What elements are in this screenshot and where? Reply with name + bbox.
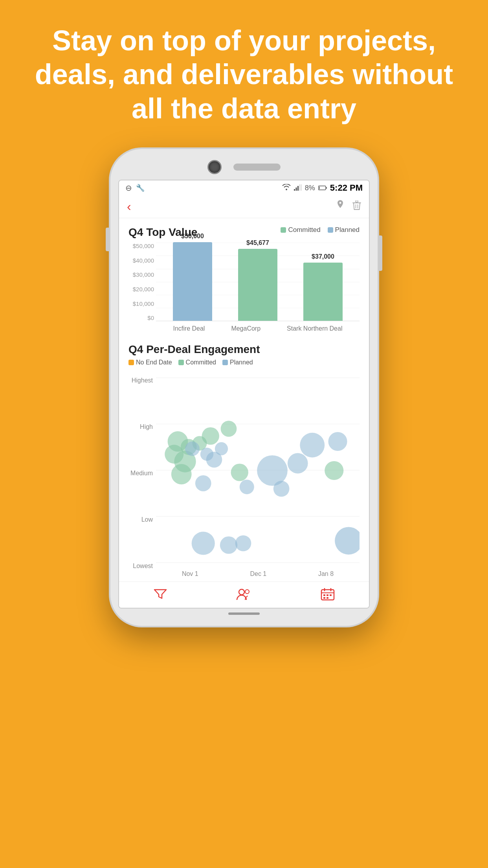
svg-point-32	[288, 453, 308, 474]
phone-device: ⊖ 🔧	[110, 149, 378, 626]
svg-point-34	[328, 432, 347, 451]
nav-actions	[336, 200, 361, 213]
x-axis-labels: Incfire Deal MegaCorp Stark Northern Dea…	[156, 324, 360, 332]
svg-point-22	[202, 427, 219, 445]
y-label-medium: Medium	[128, 470, 156, 477]
bar-label-stark: $37,000	[312, 253, 334, 260]
top-value-legend: Committed Planned	[281, 226, 360, 234]
svg-point-27	[185, 441, 200, 456]
bar-label-megacorp: $45,677	[246, 239, 269, 246]
svg-rect-51	[323, 597, 325, 599]
x-label-stark: Stark Northern Deal	[287, 325, 342, 332]
pin-icon[interactable]	[336, 200, 345, 213]
svg-point-41	[335, 527, 360, 555]
bubble-committed-label: Committed	[186, 359, 216, 366]
svg-rect-0	[294, 189, 295, 191]
svg-rect-3	[299, 184, 300, 191]
phone-home-indicator	[228, 612, 260, 615]
x-label-megacorp: MegaCorp	[231, 325, 261, 332]
planned-dot	[328, 227, 333, 233]
bubble-chart-area: Highest High Medium Low Lowest	[128, 369, 360, 577]
svg-point-25	[231, 464, 248, 481]
svg-point-39	[220, 537, 237, 554]
svg-point-26	[325, 461, 343, 480]
speaker	[233, 164, 281, 171]
bottom-tab-bar	[119, 581, 369, 608]
wrench-icon[interactable]: 🔧	[136, 184, 145, 192]
hero-text: Stay on top of your projects, deals, and…	[0, 0, 488, 141]
svg-point-43	[245, 590, 249, 594]
svg-point-35	[195, 475, 211, 491]
svg-rect-6	[319, 186, 319, 189]
bubble-section: Q4 Per-Deal Engagement No End Date Commi…	[119, 337, 369, 581]
y-label-lowest: Lowest	[128, 563, 156, 570]
phone-top-bar	[118, 160, 370, 174]
top-nav: ‹	[119, 195, 369, 218]
legend-bubble-committed: Committed	[178, 359, 216, 366]
status-right: 8% 5:22 PM	[282, 183, 363, 193]
y-labels-bubble: Highest High Medium Low Lowest	[128, 369, 156, 577]
y-label-low: Low	[128, 516, 156, 523]
bar-chart: $50,000 $40,000 $30,000 $20,000 $10,000 …	[128, 243, 360, 333]
bar-group-stark: $37,000	[303, 263, 343, 321]
committed-label: Committed	[288, 226, 320, 234]
svg-point-36	[240, 480, 254, 494]
x-labels-bubble: Nov 1 Dec 1 Jan 8	[156, 570, 360, 577]
svg-rect-7	[326, 187, 327, 189]
svg-point-40	[235, 535, 251, 552]
committed-dot	[281, 227, 286, 233]
status-time: 5:22 PM	[330, 183, 363, 193]
no-end-date-label: No End Date	[136, 359, 172, 366]
legend-bubble-planned: Planned	[222, 359, 253, 366]
bar-group-megacorp: $45,677	[238, 249, 277, 321]
battery-percent: 8%	[305, 184, 315, 192]
svg-point-30	[215, 442, 228, 455]
bubble-plot	[156, 373, 360, 568]
svg-point-24	[221, 421, 237, 437]
status-bar: ⊖ 🔧	[119, 180, 369, 195]
bar-megacorp: $45,677	[238, 249, 277, 321]
bar-group-incfire: $50,000	[173, 242, 212, 321]
phone-wrapper: ⊖ 🔧	[0, 141, 488, 626]
minus-icon[interactable]: ⊖	[125, 183, 132, 193]
svg-rect-1	[295, 188, 297, 191]
svg-rect-48	[323, 594, 325, 596]
x-label-incfire: Incfire Deal	[173, 325, 205, 332]
x-label-nov1: Nov 1	[182, 570, 198, 577]
bubble-svg	[156, 373, 360, 568]
trash-icon[interactable]	[352, 200, 361, 213]
svg-point-42	[239, 589, 244, 595]
status-left: ⊖ 🔧	[125, 183, 145, 193]
svg-rect-4	[301, 184, 302, 191]
chart-bars-area: $50,000 $45,677 $37,000	[156, 243, 360, 321]
svg-point-33	[300, 433, 325, 458]
planned-label: Planned	[335, 226, 360, 234]
bubble-committed-dot	[178, 360, 184, 365]
svg-point-37	[273, 481, 290, 497]
camera	[207, 160, 222, 174]
svg-rect-8	[352, 202, 361, 203]
tab-people[interactable]	[236, 587, 252, 602]
legend-planned: Planned	[328, 226, 360, 234]
svg-point-38	[192, 532, 215, 555]
phone-screen: ⊖ 🔧	[118, 180, 370, 609]
legend-no-end-date: No End Date	[128, 359, 172, 366]
back-button[interactable]: ‹	[127, 199, 131, 214]
bubble-chart-title: Q4 Per-Deal Engagement	[128, 343, 360, 356]
x-label-dec1: Dec 1	[250, 570, 266, 577]
svg-point-23	[171, 464, 192, 485]
svg-rect-52	[327, 597, 328, 599]
bubble-planned-dot	[222, 360, 228, 365]
battery-icon	[318, 184, 327, 193]
svg-rect-50	[330, 594, 332, 596]
tab-calendar[interactable]	[321, 587, 335, 602]
bar-incfire: $50,000	[173, 242, 212, 321]
bar-stark: $37,000	[303, 263, 343, 321]
svg-rect-2	[297, 186, 299, 191]
bubble-planned-label: Planned	[230, 359, 253, 366]
y-label-high: High	[128, 423, 156, 430]
signal-icon	[294, 184, 302, 193]
svg-rect-49	[327, 594, 328, 596]
bar-label-incfire: $50,000	[181, 233, 204, 240]
tab-filter[interactable]	[153, 587, 167, 602]
